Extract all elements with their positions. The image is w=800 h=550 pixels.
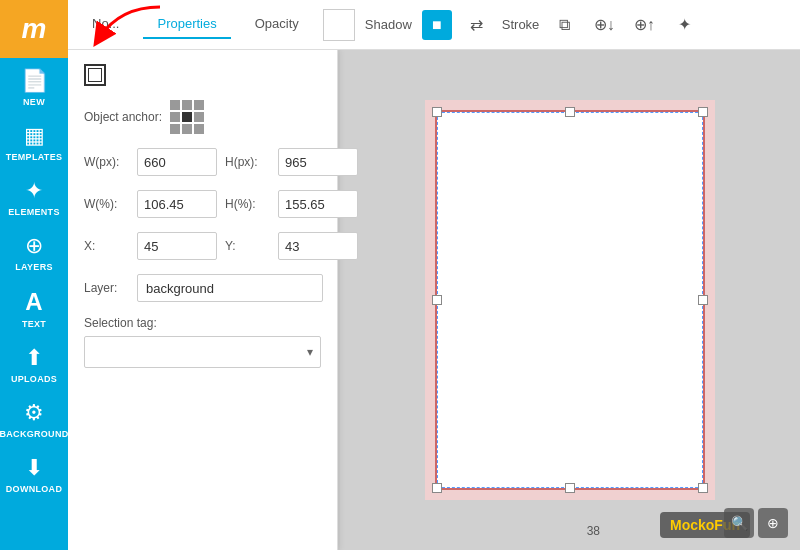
sidebar-item-uploads[interactable]: ⬆ UPLOADS — [0, 335, 68, 390]
sidebar-item-download[interactable]: ⬇ DOWNLOAD — [0, 445, 68, 500]
download-icon: ⬇ — [25, 455, 43, 481]
grid-icon[interactable]: ⊕ — [758, 508, 788, 538]
h-pct-input[interactable] — [278, 190, 358, 218]
sidebar-item-new[interactable]: 📄 NEW — [0, 58, 68, 113]
handle-middle-right[interactable] — [698, 295, 708, 305]
w-px-input[interactable] — [137, 148, 217, 176]
w-px-label: W(px): — [84, 155, 129, 169]
sidebar-item-layers[interactable]: ⊕ LAYERS — [0, 223, 68, 278]
canvas-frame — [435, 110, 705, 490]
layer-label: Layer: — [84, 281, 129, 295]
handle-middle-left[interactable] — [432, 295, 442, 305]
anchor-mc[interactable] — [182, 112, 192, 122]
x-label: X: — [84, 239, 129, 253]
topbar: No... Properties Opacity Shadow ■ ⇄ Stro… — [68, 0, 800, 50]
main-area: No... Properties Opacity Shadow ■ ⇄ Stro… — [68, 0, 800, 550]
sidebar-item-text[interactable]: A TEXT — [0, 278, 68, 335]
sidebar-label-uploads: UPLOADS — [11, 374, 57, 384]
sidebar-label-elements: ELEMENTS — [8, 207, 59, 217]
sidebar-label-layers: LAYERS — [15, 262, 52, 272]
watermark-mocked: Mocko — [670, 517, 714, 533]
arrow-annotation — [90, 2, 170, 56]
sidebar-label-background: BACKGROUND — [0, 429, 69, 439]
y-input[interactable] — [278, 232, 358, 260]
sidebar-item-templates[interactable]: ▦ TEMPLATES — [0, 113, 68, 168]
selection-tag-label: Selection tag: — [84, 316, 321, 330]
handle-bottom-left[interactable] — [432, 483, 442, 493]
anchor-row: Object anchor: — [84, 100, 321, 134]
handle-bottom-center[interactable] — [565, 483, 575, 493]
elements-icon: ✦ — [25, 178, 43, 204]
canvas-bottom-icons: 🔍 ⊕ — [724, 508, 788, 538]
anchor-ml[interactable] — [170, 112, 180, 122]
sidebar-label-download: DOWNLOAD — [6, 484, 62, 494]
stroke-layers-btn[interactable]: ⧉ — [549, 10, 579, 40]
xy-row: X: Y: — [84, 232, 321, 260]
anchor-label: Object anchor: — [84, 110, 162, 124]
tab-opacity[interactable]: Opacity — [241, 10, 313, 39]
handle-bottom-right[interactable] — [698, 483, 708, 493]
anchor-br[interactable] — [194, 124, 204, 134]
new-icon: 📄 — [21, 68, 48, 94]
color-picker-box[interactable] — [323, 9, 355, 41]
handle-top-left[interactable] — [432, 107, 442, 117]
zoom-icon[interactable]: 🔍 — [724, 508, 754, 538]
anchor-tl[interactable] — [170, 100, 180, 110]
sidebar: m 📄 NEW ▦ TEMPLATES ✦ ELEMENTS ⊕ LAYERS … — [0, 0, 68, 550]
handle-top-center[interactable] — [565, 107, 575, 117]
object-type-icon — [84, 64, 106, 86]
anchor-tr[interactable] — [194, 100, 204, 110]
y-label: Y: — [225, 239, 270, 253]
w-pct-input[interactable] — [137, 190, 217, 218]
sidebar-label-text: TEXT — [22, 319, 46, 329]
h-px-input[interactable] — [278, 148, 358, 176]
shadow-toggle-btn[interactable]: ■ — [422, 10, 452, 40]
properties-panel: Object anchor: W(px): H(px): — [68, 50, 338, 550]
anchor-tc[interactable] — [182, 100, 192, 110]
h-pct-label: H(%): — [225, 197, 270, 211]
logo-text: m — [22, 13, 47, 45]
selection-tag-dropdown-wrapper — [84, 336, 321, 368]
anchor-mr[interactable] — [194, 112, 204, 122]
stroke-up-btn[interactable]: ⊕↑ — [629, 10, 659, 40]
layer-row: Layer: — [84, 274, 321, 302]
anchor-grid[interactable] — [170, 100, 204, 134]
content: Object anchor: W(px): H(px): — [68, 50, 800, 550]
flip-horizontal-btn[interactable]: ⇄ — [462, 10, 492, 40]
canvas-background[interactable] — [425, 100, 715, 500]
sidebar-label-new: NEW — [23, 97, 45, 107]
handle-top-right[interactable] — [698, 107, 708, 117]
h-px-label: H(px): — [225, 155, 270, 169]
selection-border — [437, 112, 703, 488]
anchor-bc[interactable] — [182, 124, 192, 134]
page-number: 38 — [587, 524, 600, 538]
sidebar-logo[interactable]: m — [0, 0, 68, 58]
x-input[interactable] — [137, 232, 217, 260]
selection-tag-section: Selection tag: — [84, 316, 321, 368]
background-icon: ⚙ — [24, 400, 44, 426]
text-icon: A — [25, 288, 42, 316]
wh-pct-row: W(%): H(%): — [84, 190, 321, 218]
uploads-icon: ⬆ — [25, 345, 43, 371]
canvas-area[interactable]: MockoFun 🔍 ⊕ 38 — [340, 50, 800, 550]
w-pct-label: W(%): — [84, 197, 129, 211]
layers-icon: ⊕ — [25, 233, 43, 259]
stroke-down-btn[interactable]: ⊕↓ — [589, 10, 619, 40]
object-icon-row — [84, 64, 321, 86]
stroke-label: Stroke — [502, 17, 540, 32]
templates-icon: ▦ — [24, 123, 45, 149]
layer-input[interactable] — [137, 274, 323, 302]
sidebar-label-templates: TEMPLATES — [6, 152, 63, 162]
wh-px-row: W(px): H(px): — [84, 148, 321, 176]
sidebar-item-elements[interactable]: ✦ ELEMENTS — [0, 168, 68, 223]
anchor-bl[interactable] — [170, 124, 180, 134]
shadow-label: Shadow — [365, 17, 412, 32]
selection-tag-dropdown[interactable] — [84, 336, 321, 368]
sidebar-item-background[interactable]: ⚙ BACKGROUND — [0, 390, 68, 445]
stroke-settings-btn[interactable]: ✦ — [669, 10, 699, 40]
